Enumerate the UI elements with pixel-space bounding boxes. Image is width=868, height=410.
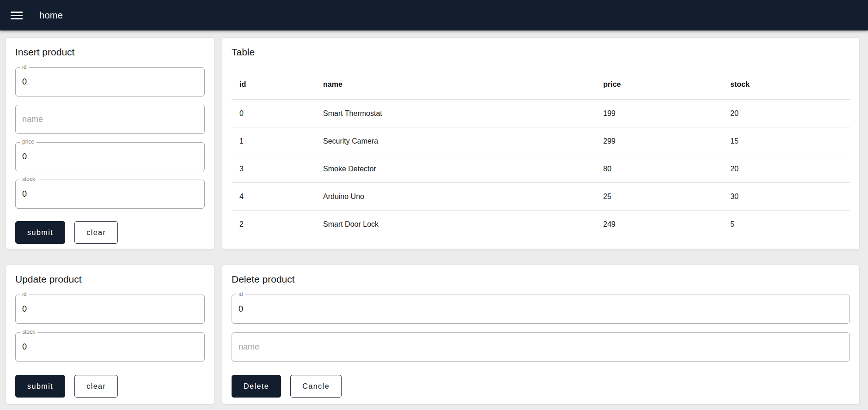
app-bar: home [0,0,868,30]
cell-id: 4 [232,183,315,211]
delete-id-input[interactable] [232,295,850,324]
cell-price: 80 [595,155,722,183]
cell-stock: 5 [722,211,850,238]
update-clear-button[interactable]: clear [74,375,118,398]
cell-id: 2 [232,211,315,238]
update-id-field: id [15,295,205,324]
insert-price-field: price [15,142,205,171]
column-header-stock: stock [722,58,850,100]
update-id-input[interactable] [15,295,205,324]
insert-price-input[interactable] [15,142,205,171]
insert-clear-button[interactable]: clear [74,221,118,244]
delete-button[interactable]: Delete [232,375,281,398]
cell-stock: 15 [722,127,850,155]
page-title: home [39,10,63,21]
cell-price: 299 [595,127,722,155]
column-header-id: id [232,58,315,100]
cell-name: Smoke Detector [315,155,595,183]
column-header-name: name [315,58,595,100]
delete-id-label: id [236,291,245,298]
update-product-title: Update product [15,273,205,285]
update-button-row: submit clear [15,375,205,398]
update-stock-label: stock [20,329,37,336]
table-header: id name price stock [232,58,850,100]
cell-stock: 20 [722,100,850,127]
cell-name: Smart Door Lock [315,211,595,238]
delete-button-row: Delete Cancle [232,375,850,398]
table-title: Table [232,46,850,58]
table-row: 1 Security Camera 299 15 [232,127,850,155]
update-submit-button[interactable]: submit [15,375,65,398]
table-row: 4 Arduino Uno 25 30 [232,183,850,211]
hamburger-icon [11,12,23,13]
cancel-button[interactable]: Cancle [290,375,342,398]
update-id-label: id [20,291,29,298]
column-header-price: price [595,58,722,100]
main-content: Insert product id price stock submit cle… [0,30,868,410]
delete-name-field [232,332,850,362]
update-stock-field: stock [15,332,205,362]
cell-stock: 30 [722,183,850,211]
insert-id-field: id [15,67,205,96]
cell-name: Security Camera [315,127,595,155]
delete-product-card: Delete product id Delete Cancle [222,265,860,404]
insert-name-field [15,105,205,134]
insert-id-input[interactable] [15,67,205,96]
hamburger-menu-button[interactable] [6,4,28,26]
insert-button-row: submit clear [15,221,205,244]
cell-price: 199 [595,100,722,127]
delete-id-field: id [232,295,850,324]
insert-name-input[interactable] [15,105,205,134]
cell-id: 1 [232,127,315,155]
table-row: 2 Smart Door Lock 249 5 [232,211,850,238]
products-table: id name price stock 0 Smart Thermostat 1… [232,58,850,238]
cell-name: Arduino Uno [315,183,595,211]
update-stock-input[interactable] [15,332,205,362]
update-product-card: Update product id stock submit clear [6,265,214,404]
cell-price: 249 [595,211,722,238]
cell-price: 25 [595,183,722,211]
insert-product-card: Insert product id price stock submit cle… [6,37,214,250]
insert-id-label: id [20,64,29,71]
table-row: 0 Smart Thermostat 199 20 [232,100,850,127]
cell-stock: 20 [722,155,850,183]
insert-stock-field: stock [15,180,205,209]
insert-product-title: Insert product [15,46,205,58]
delete-product-title: Delete product [232,273,850,285]
insert-submit-button[interactable]: submit [15,221,65,244]
delete-name-input[interactable] [232,332,850,362]
table-card: Table id name price stock 0 Smart Thermo… [222,37,860,250]
insert-stock-input[interactable] [15,180,205,209]
table-row: 3 Smoke Detector 80 20 [232,155,850,183]
cell-id: 3 [232,155,315,183]
cell-name: Smart Thermostat [315,100,595,127]
insert-price-label: price [20,139,37,145]
insert-stock-label: stock [20,176,37,183]
cell-id: 0 [232,100,315,127]
